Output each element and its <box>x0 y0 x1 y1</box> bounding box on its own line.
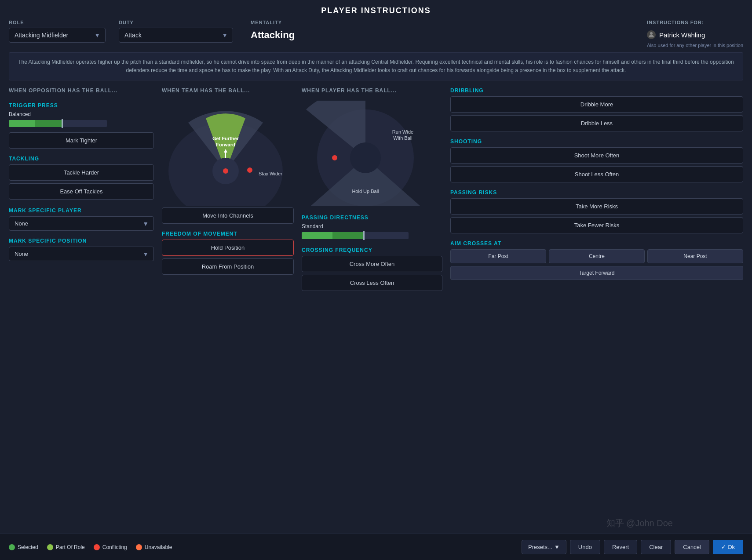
mark-position-select[interactable]: None <box>9 247 154 261</box>
shoot-less-often-button[interactable]: Shoot Less Often <box>450 166 743 182</box>
shoot-more-often-button[interactable]: Shoot More Often <box>450 147 743 164</box>
passing-directness-value: Standard <box>302 223 442 229</box>
svg-text:Get Further: Get Further <box>212 136 239 141</box>
legend-items: Selected Part Of Role Conflicting Unavai… <box>9 544 172 550</box>
svg-point-12 <box>332 155 337 160</box>
presets-arrow-icon: ▼ <box>554 544 560 550</box>
shooting-header: SHOOTING <box>450 138 743 145</box>
role-group: ROLE Attacking Midfielder ▼ <box>9 20 106 43</box>
passing-directness-header: PASSING DIRECTNESS <box>302 215 442 221</box>
cross-more-often-button[interactable]: Cross More Often <box>302 256 442 272</box>
svg-point-11 <box>350 142 381 173</box>
legend-part-of-role: Part Of Role <box>47 544 85 550</box>
mark-player-select-wrapper: None ▼ <box>9 216 154 231</box>
tackle-harder-button[interactable]: Tackle Harder <box>9 164 154 181</box>
presets-button[interactable]: Presets... ▼ <box>522 540 566 554</box>
duty-select[interactable]: Attack <box>119 28 233 43</box>
near-post-button[interactable]: Near Post <box>647 249 743 263</box>
trigger-press-header: TRIGGER PRESS <box>9 102 154 109</box>
dribble-less-button[interactable]: Dribble Less <box>450 115 743 131</box>
player-avatar <box>647 30 656 39</box>
take-more-risks-button[interactable]: Take More Risks <box>450 198 743 215</box>
svg-text:Run Wide: Run Wide <box>392 129 413 135</box>
duty-label: DUTY <box>119 20 233 25</box>
aim-crosses-row2: Target Forward <box>450 266 743 280</box>
duty-select-wrapper: Attack ▼ <box>119 28 233 43</box>
svg-point-0 <box>650 32 653 35</box>
dribble-more-button[interactable]: Dribble More <box>450 96 743 113</box>
legend-unavailable: Unavailable <box>136 544 172 550</box>
ok-checkmark-icon: ✓ <box>721 544 728 550</box>
team-ball-column: WHEN TEAM HAS THE BALL... Get Further Fo… <box>162 87 294 294</box>
legend-selected: Selected <box>9 544 38 550</box>
svg-text:Hold Up Ball: Hold Up Ball <box>352 189 379 194</box>
description-box: The Attacking Midfielder operates higher… <box>9 52 743 80</box>
duty-group: DUTY Attack ▼ <box>119 20 233 43</box>
opp-ball-title: WHEN OPPOSITION HAS THE BALL... <box>9 87 154 95</box>
centre-button[interactable]: Centre <box>549 249 645 263</box>
mark-tighter-button[interactable]: Mark Tighter <box>9 132 154 149</box>
legend-conflicting: Conflicting <box>94 544 127 550</box>
mark-player-select[interactable]: None <box>9 216 154 231</box>
revert-button[interactable]: Revert <box>604 540 637 554</box>
undo-button[interactable]: Undo <box>570 540 600 554</box>
page-title: PLAYER INSTRUCTIONS <box>0 0 752 20</box>
unavailable-label: Unavailable <box>145 544 172 550</box>
tackling-header: TACKLING <box>9 156 154 162</box>
player-name-row: Patrick Wähling <box>647 30 743 39</box>
bottom-actions: Presets... ▼ Undo Revert Clear Cancel ✓ … <box>522 540 743 554</box>
target-forward-button[interactable]: Target Forward <box>450 266 743 280</box>
opp-ball-column: WHEN OPPOSITION HAS THE BALL... TRIGGER … <box>9 87 154 294</box>
cancel-button[interactable]: Cancel <box>675 540 709 554</box>
ok-button[interactable]: ✓ Ok <box>713 540 743 554</box>
player-sub: Also used for any other player in this p… <box>647 43 743 48</box>
role-select-wrapper: Attacking Midfielder ▼ <box>9 28 106 43</box>
svg-text:Stay Wider: Stay Wider <box>259 171 282 176</box>
instructions-for-group: INSTRUCTIONS FOR: Patrick Wähling Also u… <box>647 20 743 48</box>
unavailable-dot-icon <box>136 544 142 550</box>
crossing-frequency-header: CROSSING FREQUENCY <box>302 247 442 253</box>
conflicting-dot-icon <box>94 544 100 550</box>
mark-position-select-wrapper: None ▼ <box>9 247 154 261</box>
far-post-button[interactable]: Far Post <box>450 249 546 263</box>
player-ball-column: WHEN PLAYER HAS THE BALL... Run Wide Wit… <box>302 87 442 294</box>
balanced-label: Balanced <box>9 111 154 117</box>
dribbling-header: DRIBBLING <box>450 87 743 94</box>
mark-specific-player-header: MARK SPECIFIC PLAYER <box>9 207 154 214</box>
passing-directness-section: PASSING DIRECTNESS Standard <box>302 215 442 240</box>
team-ball-title: WHEN TEAM HAS THE BALL... <box>162 87 294 95</box>
presets-label: Presets... <box>528 544 552 550</box>
aim-crosses-grid: Far Post Centre Near Post <box>450 249 743 263</box>
bottom-bar: Selected Part Of Role Conflicting Unavai… <box>0 534 752 560</box>
player-ball-title: WHEN PLAYER HAS THE BALL... <box>302 87 442 95</box>
role-label: ROLE <box>9 20 106 25</box>
watermark: 知乎 @John Doe <box>606 517 673 529</box>
crossing-frequency-section: CROSSING FREQUENCY Cross More Often Cros… <box>302 247 442 291</box>
move-into-channels-button[interactable]: Move Into Channels <box>162 207 294 224</box>
far-right-column: DRIBBLING Dribble More Dribble Less SHOO… <box>450 87 743 294</box>
role-select[interactable]: Attacking Midfielder <box>9 28 106 43</box>
selected-dot-icon <box>9 544 15 550</box>
passing-risks-header: PASSING RISKS <box>450 189 743 196</box>
mark-specific-position-header: MARK SPECIFIC POSITION <box>9 238 154 244</box>
svg-text:With Ball: With Ball <box>393 135 412 141</box>
part-of-role-label: Part Of Role <box>56 544 85 550</box>
svg-point-3 <box>223 168 228 174</box>
selected-label: Selected <box>18 544 38 550</box>
aim-crosses-header: AIM CROSSES AT <box>450 240 743 247</box>
hold-position-button[interactable]: Hold Position <box>162 240 294 256</box>
conflicting-label: Conflicting <box>102 544 127 550</box>
instructions-for-title: INSTRUCTIONS FOR: <box>647 20 743 25</box>
roam-from-position-button[interactable]: Roam From Position <box>162 258 294 275</box>
pitch-diagram: Get Further Forward Stay Wider <box>162 101 294 207</box>
part-of-role-dot-icon <box>47 544 53 550</box>
take-fewer-risks-button[interactable]: Take Fewer Risks <box>450 217 743 233</box>
cross-less-often-button[interactable]: Cross Less Often <box>302 275 442 291</box>
clear-button[interactable]: Clear <box>641 540 671 554</box>
freedom-of-movement-header: FREEDOM OF MOVEMENT <box>162 231 294 237</box>
mentality-label: MENTALITY <box>251 20 295 25</box>
ease-off-tackles-button[interactable]: Ease Off Tackles <box>9 183 154 200</box>
mentality-value: Attacking <box>251 29 295 41</box>
mentality-group: MENTALITY Attacking <box>251 20 295 41</box>
player-name: Patrick Wähling <box>659 31 705 39</box>
